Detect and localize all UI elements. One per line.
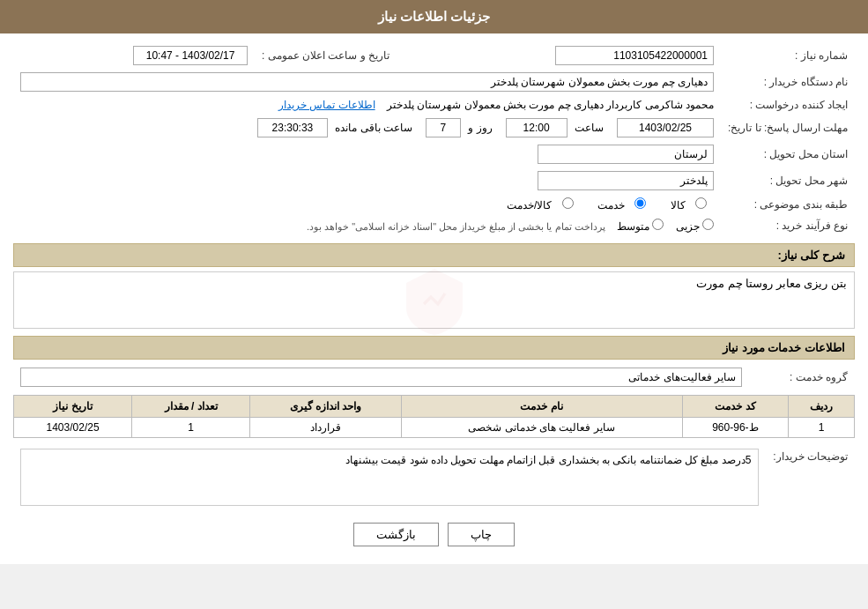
- watermark-logo-icon: [399, 265, 470, 336]
- creator-label: ایجاد کننده درخواست :: [721, 95, 855, 115]
- process-type-radio-partial[interactable]: [702, 219, 714, 230]
- province-value: لرستان: [538, 145, 714, 164]
- deadline-date: 1403/02/25: [617, 118, 714, 137]
- buyer-desc-value: 5درصد مبلغ کل ضمانتنامه بانکی به بخشداری…: [345, 454, 751, 466]
- deadline-time: 12:00: [506, 118, 568, 137]
- buyer-desc-label: توضیحات خریدار:: [766, 445, 855, 509]
- cell-service_code: ط-96-960: [682, 418, 789, 438]
- cell-need_date: 1403/02/25: [14, 418, 132, 438]
- col-service-code: کد خدمت: [682, 396, 789, 418]
- page-header: جزئیات اطلاعات نیاز: [0, 0, 868, 33]
- process-type-note: پرداخت تمام یا بخشی از مبلغ خریداز محل "…: [307, 221, 605, 232]
- category-option-both: کالا/خدمت: [500, 199, 574, 212]
- col-row-num: ردیف: [789, 396, 855, 418]
- org-name-label: نام دستگاه خریدار :: [721, 69, 855, 95]
- service-group-label: گروه خدمت :: [749, 364, 855, 390]
- deadline-label: مهلت ارسال پاسخ: تا تاریخ:: [721, 115, 855, 141]
- deadline-days-label: روز و: [468, 122, 492, 134]
- announce-datetime-value: 1403/02/17 - 10:47: [133, 46, 248, 65]
- process-type-options: جزیی متوسط: [614, 220, 714, 233]
- general-desc-area: بتن ریزی معابر روستا چم مورت: [13, 271, 855, 329]
- deadline-time-label: ساعت: [575, 122, 604, 134]
- service-group-value: سایر فعالیت‌های خدماتی: [20, 368, 742, 387]
- creator-value: محمود شاکرمی کاربردار دهیاری چم مورت بخش…: [387, 99, 714, 111]
- services-table: ردیف کد خدمت نام خدمت واحد اندازه گیری ت…: [13, 395, 855, 438]
- need-number-value: 1103105422000001: [555, 46, 714, 65]
- process-type-radio-medium[interactable]: [652, 219, 664, 230]
- buyer-desc-area: 5درصد مبلغ کل ضمانتنامه بانکی به بخشداری…: [20, 449, 759, 506]
- cell-measurement_unit: قرارداد: [250, 418, 402, 438]
- action-buttons: چاپ بازگشت: [13, 523, 855, 546]
- page-title: جزئیات اطلاعات نیاز: [378, 9, 490, 24]
- cell-service_name: سایر فعالیت های خدماتی شخصی: [401, 418, 682, 438]
- col-measurement-unit: واحد اندازه گیری: [250, 396, 402, 418]
- announce-datetime-label: تاریخ و ساعت اعلان عمومی :: [255, 42, 397, 69]
- need-number-label: شماره نیاز :: [721, 42, 855, 69]
- back-button[interactable]: بازگشت: [353, 523, 439, 546]
- category-options: کالا خدمت کالا/خدمت: [493, 199, 714, 212]
- general-desc-value: بتن ریزی معابر روستا چم مورت: [696, 277, 847, 290]
- general-desc-section-header: شرح کلی نیاز:: [13, 243, 855, 267]
- category-radio-both[interactable]: [562, 197, 574, 209]
- service-group-table: گروه خدمت : سایر فعالیت‌های خدماتی: [13, 364, 855, 390]
- city-value: پلدختر: [538, 171, 714, 190]
- deadline-days: 7: [426, 118, 461, 137]
- category-label: طبقه بندی موضوعی :: [721, 194, 855, 215]
- category-option-kala: کالا: [660, 199, 707, 212]
- process-type-label: نوع فرآیند خرید :: [721, 215, 855, 236]
- col-need-date: تاریخ نیاز: [14, 396, 132, 418]
- category-option-service: خدمت: [588, 199, 647, 212]
- cell-row_num: 1: [789, 418, 855, 438]
- deadline-remain: 23:30:33: [257, 118, 328, 137]
- deadline-remain-label: ساعت باقی مانده: [335, 122, 412, 134]
- category-radio-service[interactable]: [634, 197, 646, 209]
- content-area: شماره نیاز : 1103105422000001 تاریخ و سا…: [0, 33, 868, 564]
- col-service-name: نام خدمت: [401, 396, 682, 418]
- contact-link[interactable]: اطلاعات تماس خریدار: [278, 99, 375, 111]
- category-radio-kala[interactable]: [695, 197, 707, 209]
- cell-quantity: 1: [132, 418, 250, 438]
- services-label: اطلاعات خدمات مورد نیاز: [723, 341, 845, 354]
- province-label: استان محل تحویل :: [721, 141, 855, 167]
- col-quantity: تعداد / مقدار: [132, 396, 250, 418]
- general-desc-label: شرح کلی نیاز:: [777, 249, 845, 262]
- table-row: 1ط-96-960سایر فعالیت های خدماتی شخصیقرار…: [14, 418, 855, 438]
- city-label: شهر محل تحویل :: [721, 167, 855, 194]
- print-button[interactable]: چاپ: [448, 523, 515, 546]
- services-section-header: اطلاعات خدمات مورد نیاز: [13, 336, 855, 360]
- org-name-value: دهیاری چم مورت بخش معمولان شهرستان پلدخت…: [20, 72, 714, 92]
- buyer-desc-table: توضیحات خریدار: 5درصد مبلغ کل ضمانتنامه …: [13, 445, 855, 509]
- basic-info-table: شماره نیاز : 1103105422000001 تاریخ و سا…: [13, 42, 855, 236]
- page-wrapper: جزئیات اطلاعات نیاز شماره نیاز : 1103105…: [0, 0, 868, 564]
